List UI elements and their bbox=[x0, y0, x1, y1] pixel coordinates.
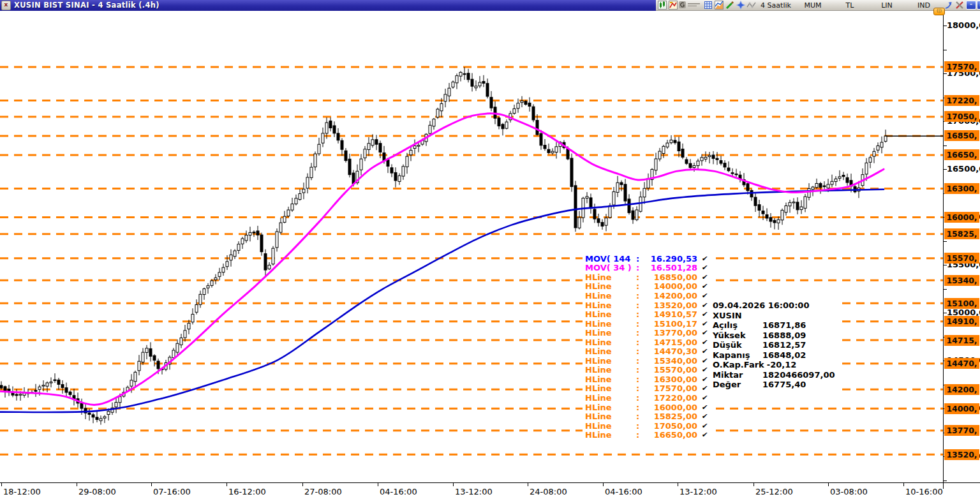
price-axis-label: 16500,0 bbox=[947, 164, 980, 174]
legend-check-icon[interactable]: ✔ bbox=[701, 301, 708, 309]
hline-price-badge[interactable]: 14470, bbox=[944, 358, 979, 369]
title-bar: x XUSIN BIST SINAI - 4 Saatlik (.4h) 4 S… bbox=[0, 0, 980, 11]
legend-row: HLine:14470,30✔ bbox=[585, 346, 708, 356]
draw-pencil-icon[interactable] bbox=[725, 1, 734, 10]
price-plot[interactable] bbox=[0, 11, 943, 482]
time-axis-tick bbox=[903, 483, 904, 486]
dropdown-period[interactable]: 4 Saatlik bbox=[757, 1, 794, 10]
legend-row: HLine:15100,17✔ bbox=[585, 319, 708, 329]
price-axis-label: 18000,0 bbox=[947, 20, 980, 30]
time-axis-label: 13-12:00 bbox=[679, 487, 717, 496]
dropdown-chart-type[interactable]: MUM bbox=[794, 1, 831, 10]
info-row: Miktar1820466097,00 bbox=[713, 370, 835, 380]
toolbar-dropdowns: 4 SaatlikMUMTLLININD bbox=[757, 1, 942, 10]
dropdown-scale[interactable]: LIN bbox=[868, 1, 905, 10]
time-axis-tick bbox=[302, 483, 303, 486]
hline-price-badge[interactable]: 16850, bbox=[944, 130, 979, 141]
legend-check-icon[interactable]: ✔ bbox=[701, 310, 708, 318]
legend-row: HLine:14200,00✔ bbox=[585, 291, 708, 301]
hline-price-badge[interactable]: 15340, bbox=[944, 275, 979, 286]
time-axis-label: 10-16:00 bbox=[905, 487, 943, 496]
hline-price-badge[interactable]: 15100, bbox=[944, 298, 979, 309]
zigzag-indicator-icon[interactable] bbox=[746, 1, 756, 10]
forinvest-logo-icon[interactable] bbox=[679, 1, 702, 9]
hline-price-badge[interactable]: 14200, bbox=[944, 384, 979, 395]
hline-price-badge[interactable]: 16650, bbox=[944, 149, 979, 160]
legend-row: HLine:15825,00✔ bbox=[585, 412, 708, 421]
legend-check-icon[interactable]: ✔ bbox=[701, 375, 708, 384]
legend-check-icon[interactable]: ✔ bbox=[701, 255, 708, 263]
price-axis-tick bbox=[944, 289, 947, 290]
hline-price-badge[interactable]: 16000, bbox=[944, 212, 979, 223]
dropdown-currency[interactable]: TL bbox=[831, 1, 868, 10]
legend-row: HLine:16000,00✔ bbox=[585, 403, 708, 412]
info-row: Yüksek16888,09 bbox=[713, 331, 835, 341]
price-axis-tick bbox=[944, 145, 947, 146]
hline-price-badge[interactable]: 13520, bbox=[944, 449, 979, 460]
legend-check-icon[interactable]: ✔ bbox=[701, 347, 708, 355]
send-arrow-icon[interactable] bbox=[944, 1, 953, 10]
legend-row: HLine:16850,00✔ bbox=[585, 272, 708, 282]
time-axis-label: 04-16:00 bbox=[605, 487, 642, 496]
mini-chart-icon[interactable] bbox=[714, 1, 724, 10]
hline-price-badge[interactable]: 17220, bbox=[944, 95, 979, 106]
time-axis-tick bbox=[678, 483, 678, 486]
price-axis[interactable]: 18000,017500,017000,016500,016000,015500… bbox=[943, 11, 980, 482]
legend-check-icon[interactable]: ✔ bbox=[701, 329, 708, 337]
info-row: Kapanış16848,02 bbox=[713, 350, 835, 361]
hline-price-badge[interactable]: 15570, bbox=[944, 253, 979, 264]
legend-check-icon[interactable]: ✔ bbox=[701, 273, 708, 281]
legend-check-icon[interactable]: ✔ bbox=[701, 320, 708, 328]
minimize-button[interactable]: – bbox=[966, 1, 976, 10]
legend-check-icon[interactable]: ✔ bbox=[701, 422, 708, 430]
legend-row: HLine:14910,57✔ bbox=[585, 309, 708, 319]
quote-info-box: 09.04.2026 16:00:00 XUSIN Açılış16871,86… bbox=[709, 299, 838, 392]
time-axis-label: 16-12:00 bbox=[228, 487, 266, 496]
time-axis-label: 18-12:00 bbox=[3, 487, 41, 496]
hline-price-badge[interactable]: 14715, bbox=[944, 335, 979, 346]
time-axis-label: 29-08:00 bbox=[78, 487, 116, 496]
legend-row: HLine:16300,00✔ bbox=[585, 375, 708, 384]
price-axis-tick bbox=[944, 480, 947, 481]
hline-price-badge[interactable]: 15825, bbox=[944, 228, 979, 239]
candle-chart-icon[interactable] bbox=[657, 1, 667, 10]
legend-check-icon[interactable]: ✔ bbox=[701, 403, 708, 412]
hline-price-badge[interactable]: 14000, bbox=[944, 403, 979, 414]
tools-icon[interactable] bbox=[954, 1, 964, 10]
time-axis-tick bbox=[1, 483, 2, 486]
restore-button[interactable]: □ bbox=[977, 1, 980, 10]
legend-check-icon[interactable]: ✔ bbox=[701, 338, 708, 346]
legend-check-icon[interactable]: ✔ bbox=[701, 264, 708, 272]
matrix-grid-icon[interactable] bbox=[703, 1, 713, 10]
chart-area[interactable]: MOV( 144:16.290,53✔MOV( 34 ):16.501,28✔H… bbox=[0, 11, 943, 482]
alert-badge-icon[interactable]: (|) bbox=[933, 8, 945, 15]
hline-price-badge[interactable]: 13770, bbox=[944, 425, 979, 436]
window-close-left-button[interactable]: x bbox=[1, 1, 11, 10]
hline-price-badge[interactable]: 17050, bbox=[944, 111, 979, 122]
time-axis[interactable]: 18-12:0029-08:0007-16:0016-12:0027-08:00… bbox=[0, 482, 980, 499]
legend-check-icon[interactable]: ✔ bbox=[701, 292, 708, 300]
legend-check-icon[interactable]: ✔ bbox=[701, 394, 708, 402]
window-title-section: x XUSIN BIST SINAI - 4 Saatlik (.4h) bbox=[0, 0, 656, 11]
time-axis-label: 13-12:00 bbox=[455, 487, 493, 496]
legend-check-icon[interactable]: ✔ bbox=[701, 282, 708, 290]
legend-check-icon[interactable]: ✔ bbox=[701, 431, 708, 439]
legend-row: HLine:14000,00✔ bbox=[585, 282, 708, 292]
price-axis-tick bbox=[944, 50, 947, 50]
time-axis-tick bbox=[828, 483, 829, 486]
window-buttons: –□x bbox=[965, 1, 980, 10]
legend-check-icon[interactable]: ✔ bbox=[701, 384, 708, 392]
navigator-star-icon[interactable] bbox=[736, 1, 745, 10]
news-icon[interactable] bbox=[668, 1, 678, 10]
time-axis-tick bbox=[77, 483, 77, 486]
legend-check-icon[interactable]: ✔ bbox=[701, 357, 708, 365]
time-axis-tick bbox=[378, 483, 378, 486]
hline-price-badge[interactable]: 17570, bbox=[944, 61, 979, 72]
legend-row: HLine:16650,00✔ bbox=[585, 430, 708, 440]
hline-price-badge[interactable]: 14910, bbox=[944, 316, 979, 327]
info-row: Açılış16871,86 bbox=[713, 320, 835, 331]
toolbar: 4 SaatlikMUMTLLININD –□x bbox=[656, 0, 980, 11]
legend-check-icon[interactable]: ✔ bbox=[701, 366, 708, 374]
legend-check-icon[interactable]: ✔ bbox=[701, 412, 708, 421]
hline-price-badge[interactable]: 16300, bbox=[944, 183, 979, 194]
